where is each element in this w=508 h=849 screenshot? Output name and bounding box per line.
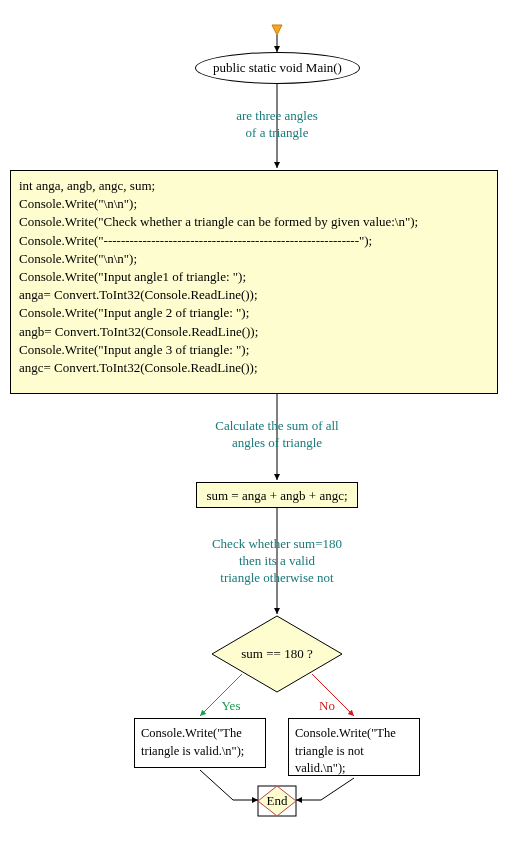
code-block-input: int anga, angb, angc, sum; Console.Write…: [10, 170, 498, 394]
sum-expression-box: sum = anga + angb + angc;: [196, 482, 358, 508]
edge-label-sum: Calculate the sum of all angles of trian…: [200, 418, 354, 452]
branch-yes-label: Yes: [216, 698, 246, 715]
start-label: public static void Main(): [213, 60, 342, 76]
edge-label-check: Check whether sum=180 then its a valid t…: [198, 536, 356, 587]
result-invalid-box: Console.Write("The triangle is not valid…: [288, 718, 420, 776]
end-node: End: [257, 793, 297, 809]
flowchart-canvas: public static void Main() are three angl…: [0, 0, 508, 849]
decision-node: sum == 180 ?: [222, 646, 332, 662]
svg-marker-0: [272, 25, 282, 35]
result-valid-box: Console.Write("The triangle is valid.\n"…: [134, 718, 266, 768]
edge-label-input: are three angles of a triangle: [215, 108, 339, 142]
branch-no-label: No: [312, 698, 342, 715]
start-node: public static void Main(): [195, 52, 360, 84]
